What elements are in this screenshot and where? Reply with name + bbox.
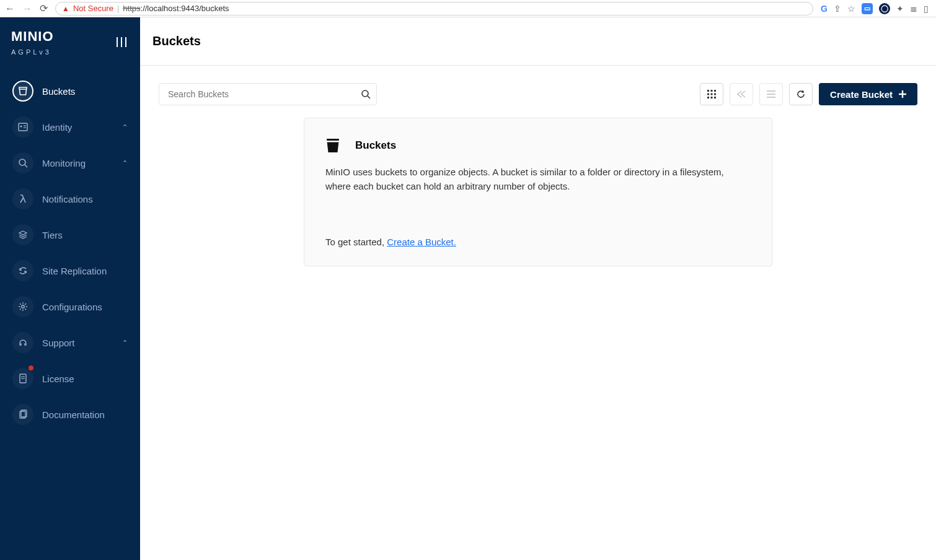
svg-point-7 xyxy=(19,159,25,165)
panel-icon[interactable]: ▯ xyxy=(924,4,929,14)
browser-toolbar: ← → ⟳ ▲ Not Secure | https://localhost:9… xyxy=(0,0,936,17)
card-footer: To get started, Create a Bucket. xyxy=(325,237,751,247)
lambda-icon xyxy=(12,188,33,209)
magnify-icon xyxy=(12,152,33,173)
sidebar-item-label: Tiers xyxy=(42,230,63,240)
sidebar-item-identity[interactable]: Identity ⌃ xyxy=(6,110,134,144)
star-icon[interactable]: ☆ xyxy=(847,4,855,14)
sync-icon xyxy=(12,260,33,281)
share-icon[interactable]: ⇪ xyxy=(834,4,841,14)
docs-icon xyxy=(12,404,33,425)
badge-dot xyxy=(29,365,33,370)
collapse-sidebar-button[interactable] xyxy=(115,35,129,49)
sidebar-nav: Buckets Identity ⌃ Monitoring ⌃ xyxy=(0,62,140,444)
sidebar-item-notifications[interactable]: Notifications xyxy=(6,182,134,216)
svg-line-16 xyxy=(25,304,26,305)
browser-actions: G ⇪ ☆ ▭ ◯ ✦ ≣ ▯ xyxy=(821,3,931,14)
sidebar-item-label: Monitoring xyxy=(42,158,86,168)
svg-rect-3 xyxy=(19,123,27,131)
svg-point-23 xyxy=(362,90,368,97)
sidebar-item-label: Identity xyxy=(42,122,72,133)
page-title: Buckets xyxy=(152,34,201,48)
svg-line-17 xyxy=(20,308,21,310)
playlist-icon[interactable]: ≣ xyxy=(910,4,917,14)
search-icon[interactable] xyxy=(361,89,371,99)
bucket-icon xyxy=(325,137,340,154)
svg-rect-28 xyxy=(707,94,709,95)
rewind-button xyxy=(730,83,753,105)
card-body: MinIO uses buckets to organize objects. … xyxy=(325,165,751,193)
sidebar-item-tiers[interactable]: Tiers xyxy=(6,218,134,252)
svg-rect-33 xyxy=(714,97,716,98)
gear-icon xyxy=(12,296,33,317)
sidebar-item-documentation[interactable]: Documentation xyxy=(6,398,134,431)
plus-icon xyxy=(899,90,906,98)
sidebar-item-support[interactable]: Support ⌃ xyxy=(6,326,134,359)
sidebar-item-configurations[interactable]: Configurations xyxy=(6,290,134,323)
svg-rect-27 xyxy=(714,90,716,92)
back-button[interactable]: ← xyxy=(5,4,15,14)
reload-button[interactable]: ⟳ xyxy=(40,4,48,14)
logo-main: MINIO xyxy=(11,28,54,45)
content-area: Buckets MinIO uses buckets to organize o… xyxy=(140,118,936,266)
empty-state-card: Buckets MinIO uses buckets to organize o… xyxy=(304,118,772,266)
page-header: Buckets xyxy=(140,17,936,66)
card-title: Buckets xyxy=(355,139,396,152)
license-icon xyxy=(12,368,33,389)
logo-sub: AGPLv3 xyxy=(11,48,51,56)
svg-rect-26 xyxy=(711,90,713,92)
svg-rect-30 xyxy=(714,94,716,95)
toolbar-right: Create Bucket xyxy=(700,83,917,105)
svg-rect-25 xyxy=(707,90,709,92)
url-text: https://localhost:9443/buckets xyxy=(123,4,229,13)
sidebar-item-label: Buckets xyxy=(42,86,75,97)
svg-line-14 xyxy=(20,304,21,305)
bucket-icon xyxy=(12,81,33,102)
svg-line-8 xyxy=(25,165,27,167)
extension-circle-icon[interactable]: ◯ xyxy=(879,3,890,14)
sidebar: MINIO AGPLv3 Buckets Identity ⌃ xyxy=(0,17,140,560)
create-bucket-label: Create Bucket xyxy=(830,89,893,100)
headset-icon xyxy=(12,332,33,353)
sidebar-item-monitoring[interactable]: Monitoring ⌃ xyxy=(6,146,134,180)
create-bucket-button[interactable]: Create Bucket xyxy=(819,83,917,105)
id-card-icon xyxy=(12,116,33,138)
extensions-icon[interactable]: ✦ xyxy=(896,4,904,14)
search-input[interactable] xyxy=(159,83,377,105)
sidebar-item-label: Configurations xyxy=(42,302,102,312)
svg-point-4 xyxy=(20,125,22,127)
sidebar-item-label: Site Replication xyxy=(42,266,107,276)
svg-rect-29 xyxy=(711,94,713,95)
sidebar-item-label: Notifications xyxy=(42,194,93,204)
separator: | xyxy=(117,4,119,13)
grid-view-button[interactable] xyxy=(700,83,723,105)
sidebar-item-label: License xyxy=(42,374,74,384)
svg-line-15 xyxy=(25,308,26,310)
extension-zoom-icon[interactable]: ▭ xyxy=(862,3,873,14)
sidebar-item-buckets[interactable]: Buckets xyxy=(6,74,134,108)
chevron-up-icon: ⌃ xyxy=(122,159,128,167)
toolbar: Create Bucket xyxy=(140,66,936,118)
security-label: Not Secure xyxy=(73,4,113,13)
sidebar-item-site-replication[interactable]: Site Replication xyxy=(6,254,134,287)
svg-point-9 xyxy=(22,305,24,308)
sidebar-item-label: Documentation xyxy=(42,409,105,420)
svg-rect-39 xyxy=(326,141,340,142)
main-content: Buckets xyxy=(140,17,936,560)
google-icon[interactable]: G xyxy=(821,4,828,14)
chevron-up-icon: ⌃ xyxy=(122,123,128,131)
refresh-button[interactable] xyxy=(789,83,813,105)
layers-icon xyxy=(12,224,33,245)
search-wrap xyxy=(159,83,377,105)
logo: MINIO AGPLv3 xyxy=(11,28,54,56)
sidebar-item-license[interactable]: License xyxy=(6,362,134,395)
card-footer-prefix: To get started, xyxy=(325,237,387,247)
list-view-button xyxy=(759,83,783,105)
forward-button[interactable]: → xyxy=(22,4,32,14)
address-bar[interactable]: ▲ Not Secure | https://localhost:9443/bu… xyxy=(55,2,813,15)
warning-icon: ▲ xyxy=(62,4,69,13)
chevron-up-icon: ⌃ xyxy=(122,339,128,347)
sidebar-item-label: Support xyxy=(42,338,75,348)
svg-rect-31 xyxy=(707,97,709,98)
create-bucket-link[interactable]: Create a Bucket. xyxy=(387,237,456,247)
